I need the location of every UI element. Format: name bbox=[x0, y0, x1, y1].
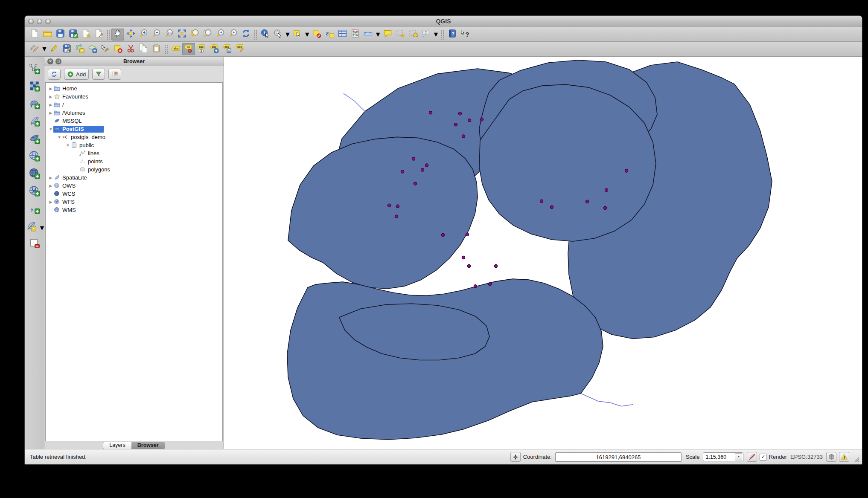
tree-collapsed-arrow[interactable]: ▶ bbox=[48, 103, 53, 107]
tree-collapsed-arrow[interactable]: ▶ bbox=[48, 184, 53, 188]
tree-item-postgis[interactable]: ▼PostGIS bbox=[46, 125, 222, 133]
zoom-in-button[interactable] bbox=[137, 29, 150, 41]
select-features-dropdown-arrow[interactable]: ▼ bbox=[304, 31, 311, 38]
zoom-last-button[interactable] bbox=[214, 29, 227, 41]
resize-grip[interactable] bbox=[853, 455, 859, 462]
measure-dropdown-arrow[interactable]: ▼ bbox=[375, 31, 382, 38]
rotate-label-button[interactable]: abc bbox=[221, 43, 233, 55]
labeling-button[interactable]: abc bbox=[169, 43, 182, 55]
tree-item-mssql[interactable]: MSSQL bbox=[46, 117, 222, 125]
zoom-out-button[interactable] bbox=[150, 29, 163, 41]
tree-expanded-arrow[interactable]: ▼ bbox=[48, 127, 53, 131]
save-edits-button[interactable] bbox=[61, 43, 73, 55]
open-project-button[interactable] bbox=[41, 29, 54, 41]
pan-to-selection-button[interactable] bbox=[124, 29, 137, 41]
zoom-native-button[interactable]: 1:1 bbox=[163, 29, 175, 41]
add-wcs-layer-button[interactable] bbox=[27, 167, 42, 181]
map-tips-button[interactable] bbox=[382, 29, 394, 41]
render-checkbox[interactable]: ✓ bbox=[760, 454, 766, 460]
tree-collapsed-arrow[interactable]: ▶ bbox=[48, 176, 53, 180]
tree-item-favourites[interactable]: ▶Favourites bbox=[46, 93, 222, 101]
paste-features-button[interactable] bbox=[150, 43, 163, 55]
crs-status-button[interactable] bbox=[826, 452, 836, 462]
tree-item-points[interactable]: points bbox=[46, 157, 222, 165]
tree-item-lines[interactable]: lines bbox=[46, 149, 222, 157]
tree-item-spatialite[interactable]: ▶SpatiaLite bbox=[46, 174, 222, 182]
select-features-button[interactable] bbox=[291, 29, 304, 41]
tree-item-postgis-demo[interactable]: ▼postgis_demo bbox=[46, 133, 222, 141]
add-wfs-layer-button[interactable] bbox=[27, 184, 42, 199]
tree-expanded-arrow[interactable]: ▼ bbox=[57, 135, 62, 139]
stop-render-button[interactable] bbox=[747, 452, 757, 462]
tree-item-wms[interactable]: WMS bbox=[46, 206, 222, 214]
filter-browser-button[interactable] bbox=[92, 69, 105, 80]
new-bookmark-button[interactable] bbox=[394, 29, 407, 41]
add-selected-layers-button[interactable]: Add bbox=[64, 69, 89, 80]
copy-features-button[interactable] bbox=[137, 43, 150, 55]
collapse-properties-button[interactable] bbox=[108, 69, 121, 80]
tab-browser[interactable]: Browser bbox=[131, 442, 165, 449]
messages-button[interactable] bbox=[839, 452, 849, 462]
save-project-as-button[interactable] bbox=[67, 29, 79, 41]
current-edits-dropdown-arrow[interactable]: ▼ bbox=[41, 45, 48, 53]
whats-this-button[interactable]: ? bbox=[458, 29, 471, 41]
toggle-editing-button[interactable] bbox=[48, 43, 61, 55]
scale-combo[interactable]: 1:15,360 ▼ bbox=[703, 452, 743, 461]
current-edits-button[interactable] bbox=[28, 43, 41, 55]
tree-item-wfs[interactable]: ▶WFS bbox=[46, 198, 222, 206]
remove-layer-button[interactable] bbox=[27, 237, 42, 251]
add-delimited-text-layer-button[interactable]: , bbox=[27, 202, 42, 216]
attribute-table-button[interactable] bbox=[336, 29, 349, 41]
tree-item-wcs[interactable]: WCS bbox=[46, 190, 222, 198]
extents-button[interactable] bbox=[510, 452, 521, 462]
map-canvas[interactable] bbox=[224, 57, 862, 449]
show-bookmarks-button[interactable] bbox=[407, 29, 420, 41]
measure-button[interactable] bbox=[362, 29, 375, 41]
run-feature-action-button[interactable] bbox=[271, 29, 284, 41]
chevron-down-icon[interactable]: ▼ bbox=[735, 453, 742, 460]
add-spatialite-layer-button[interactable] bbox=[27, 114, 42, 129]
annotation-button[interactable]: T bbox=[420, 29, 433, 41]
pin-labels-button[interactable]: ab bbox=[182, 43, 195, 55]
title-bar[interactable]: QGIS bbox=[25, 16, 862, 28]
move-feature-button[interactable] bbox=[86, 43, 99, 55]
tree-collapsed-arrow[interactable]: ▶ bbox=[48, 111, 53, 115]
run-feature-action-dropdown-arrow[interactable]: ▼ bbox=[284, 31, 291, 38]
tree-item-ows[interactable]: ▶OWS bbox=[46, 182, 222, 190]
tree-item-home[interactable]: ▶Home bbox=[46, 84, 222, 93]
refresh-map-button[interactable] bbox=[239, 29, 252, 41]
tree-item-volumes[interactable]: ▶/Volumes bbox=[46, 109, 222, 117]
tab-layers[interactable]: Layers bbox=[103, 442, 131, 449]
add-mssql-layer-button[interactable] bbox=[27, 132, 42, 146]
tree-item-polygons[interactable]: polygons bbox=[46, 165, 222, 174]
pan-button[interactable] bbox=[111, 29, 124, 41]
tree-collapsed-arrow[interactable]: ▶ bbox=[48, 200, 53, 204]
coordinate-input[interactable]: 1619291,6940265 bbox=[555, 452, 682, 462]
cut-features-button[interactable] bbox=[125, 43, 137, 55]
tree-item-public[interactable]: ▼public bbox=[46, 141, 222, 149]
annotation-dropdown-arrow[interactable]: ▼ bbox=[433, 31, 440, 38]
node-tool-button[interactable] bbox=[99, 43, 112, 55]
add-feature-button[interactable] bbox=[73, 43, 86, 55]
zoom-layer-button[interactable] bbox=[201, 29, 214, 41]
change-label-button[interactable]: abc bbox=[233, 43, 246, 55]
identify-button[interactable]: i bbox=[259, 29, 271, 41]
field-calculator-button[interactable] bbox=[349, 29, 362, 41]
refresh-browser-button[interactable] bbox=[48, 69, 61, 80]
tree-item-[interactable]: ▶/ bbox=[46, 101, 222, 109]
select-by-expression-button[interactable]: ε bbox=[323, 29, 336, 41]
zoom-full-button[interactable] bbox=[175, 29, 188, 41]
new-spatialite-layer-button[interactable] bbox=[24, 219, 39, 234]
tree-collapsed-arrow[interactable]: ▶ bbox=[48, 87, 53, 91]
add-vector-layer-button[interactable] bbox=[27, 62, 42, 76]
move-label-button[interactable]: abc bbox=[208, 43, 221, 55]
add-raster-layer-button[interactable] bbox=[27, 79, 42, 94]
deselect-features-button[interactable] bbox=[311, 29, 323, 41]
add-postgis-layer-button[interactable] bbox=[27, 97, 42, 111]
add-wms-layer-button[interactable] bbox=[27, 149, 42, 164]
save-project-button[interactable] bbox=[54, 29, 67, 41]
help-button[interactable]: ? bbox=[446, 29, 458, 41]
new-composer-button[interactable] bbox=[79, 29, 92, 41]
zoom-next-button[interactable] bbox=[227, 29, 239, 41]
tree-expanded-arrow[interactable]: ▼ bbox=[65, 143, 70, 148]
